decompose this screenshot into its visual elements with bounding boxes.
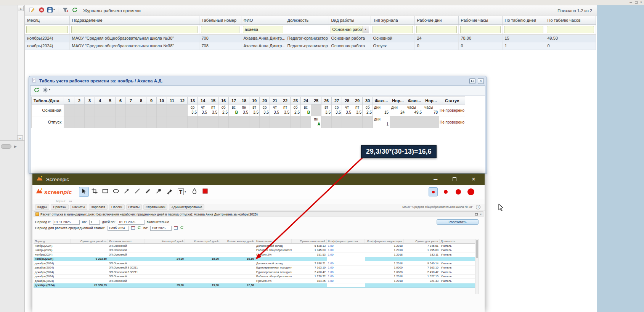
journal-column-header[interactable]: По табелю часов bbox=[545, 16, 596, 24]
summary-header[interactable]: Статус bbox=[439, 97, 465, 105]
day-cell-empty[interactable] bbox=[229, 116, 239, 128]
day-header[interactable]: 7 bbox=[126, 97, 136, 105]
refresh-icon[interactable] bbox=[137, 226, 141, 230]
timesheet-titlebar[interactable]: Табель учета рабочего времени за: ноябрь… bbox=[29, 76, 487, 85]
chevron-down-icon[interactable]: ▾ bbox=[185, 190, 186, 193]
calc-table-row[interactable]: ноябрь(2024)ЗП.ОсновнойРабота в общеобра… bbox=[34, 248, 475, 253]
summary-header[interactable]: Факт... bbox=[373, 97, 390, 105]
refresh-icon[interactable] bbox=[180, 226, 184, 230]
day-header[interactable]: 25 bbox=[311, 97, 321, 105]
filter-input[interactable] bbox=[547, 26, 594, 33]
timesheet-row-label[interactable]: Отпуск bbox=[32, 116, 64, 128]
day-cell[interactable]: пт3.5 bbox=[352, 105, 363, 116]
day-cell[interactable]: чт3.5 bbox=[342, 105, 352, 116]
day-cell-empty[interactable] bbox=[352, 116, 363, 128]
avg-from-input[interactable]: Нояб 2024 bbox=[108, 226, 129, 231]
calc-table-row[interactable]: декабрь(2024)ЗП.ОсновнойРабота в общеобр… bbox=[34, 275, 475, 279]
summary-header[interactable]: Факт... bbox=[406, 97, 423, 105]
day-header[interactable]: 22 bbox=[280, 97, 291, 105]
day-cell[interactable]: пн3.5 bbox=[239, 105, 249, 116]
day-cell-empty[interactable] bbox=[363, 116, 373, 128]
day-cell-empty[interactable] bbox=[321, 116, 332, 128]
calendar-icon[interactable] bbox=[174, 226, 178, 230]
journal-cell[interactable]: Ахаева Анна Дмитр... bbox=[241, 34, 285, 42]
day-cell-empty[interactable] bbox=[126, 105, 136, 116]
calc-table-row[interactable]: декабрь(2024)ЗП.ОсновнойПремия 2%184.251… bbox=[34, 279, 475, 283]
day-header[interactable]: 26 bbox=[321, 97, 332, 105]
calc-table-row[interactable]: ноябрь(2024)ЗП.ОсновнойДолжностной оклад… bbox=[34, 244, 475, 248]
day-cell-empty[interactable] bbox=[208, 116, 218, 128]
calc-table-row[interactable]: декабрь(2024)ЗП.Основной З 30211Единовре… bbox=[34, 266, 475, 270]
day-cell[interactable]: пнА bbox=[311, 116, 321, 128]
day-cell-empty[interactable] bbox=[301, 116, 311, 128]
calc-table-row[interactable]: ноябрь(2024)9 283,5024,0015,0016,60 bbox=[34, 257, 475, 262]
journal-cell[interactable]: 0 bbox=[414, 42, 458, 50]
day-cell-empty[interactable] bbox=[146, 105, 157, 116]
screenpic-titlebar[interactable]: Screenpic ─ × bbox=[32, 174, 485, 185]
summary-cell-empty[interactable] bbox=[406, 116, 423, 128]
day-cell-empty[interactable] bbox=[167, 116, 177, 128]
minimize-icon[interactable]: ─ bbox=[434, 176, 437, 182]
period-to-input[interactable]: 01.11.2025 bbox=[118, 220, 145, 225]
journal-column-header[interactable]: По табелю дней bbox=[502, 16, 545, 24]
day-cell-empty[interactable] bbox=[116, 116, 126, 128]
day-header[interactable]: 13 bbox=[188, 97, 198, 105]
day-cell-empty[interactable] bbox=[218, 116, 229, 128]
capture-menu-item[interactable]: Кадры bbox=[35, 204, 49, 210]
calc-column-header[interactable]: Сумма начислений bbox=[292, 239, 327, 243]
day-cell[interactable]: пт3.5 bbox=[208, 105, 218, 116]
marker-tool[interactable] bbox=[164, 187, 174, 197]
capture-menu-item[interactable]: Расчеты bbox=[70, 204, 87, 210]
day-header[interactable]: 28 bbox=[342, 97, 352, 105]
window-close-icon[interactable]: × bbox=[640, 0, 642, 5]
cursor-tool[interactable] bbox=[79, 187, 89, 197]
day-cell-empty[interactable] bbox=[74, 116, 85, 128]
pin-tool[interactable] bbox=[154, 187, 164, 197]
journal-cell[interactable]: Педагог-организатор bbox=[285, 34, 329, 42]
restore-button[interactable] bbox=[469, 78, 475, 84]
day-header[interactable]: 16 bbox=[218, 97, 229, 105]
journal-cell[interactable]: Основная работа bbox=[329, 34, 371, 42]
day-header[interactable]: 29 bbox=[352, 97, 363, 105]
pencil-tool[interactable] bbox=[143, 187, 153, 197]
journal-cell[interactable]: 708 bbox=[199, 42, 241, 50]
calc-column-header[interactable]: Должность bbox=[440, 239, 475, 243]
journal-cell[interactable]: Отпуск bbox=[371, 42, 414, 50]
arrow-tool[interactable] bbox=[122, 187, 132, 197]
filter-input[interactable] bbox=[71, 26, 198, 33]
refresh-button[interactable] bbox=[32, 87, 41, 95]
day-cell-empty[interactable] bbox=[177, 116, 188, 128]
calc-column-header[interactable]: Источник выплат bbox=[108, 239, 145, 243]
journal-row[interactable]: ноябрь(2024)МАОУ "Средняя общеобразовате… bbox=[25, 34, 596, 42]
journal-cell[interactable]: ноябрь(2024) bbox=[25, 42, 69, 50]
day-header[interactable]: 2 bbox=[74, 97, 85, 105]
summary-cell[interactable]: дни1 bbox=[373, 116, 390, 128]
calc-column-header[interactable]: Сумма для учета bbox=[404, 239, 440, 243]
journal-cell[interactable]: 15 bbox=[502, 34, 545, 42]
journal-column-header[interactable]: Вид работы bbox=[329, 16, 371, 24]
window-minimize-icon[interactable]: ─ bbox=[630, 0, 632, 5]
day-header[interactable]: 12 bbox=[177, 97, 188, 105]
day-cell-empty[interactable] bbox=[239, 116, 249, 128]
day-cell-empty[interactable] bbox=[260, 116, 270, 128]
capture-close-icon[interactable]: × bbox=[480, 212, 482, 216]
day-cell-empty[interactable] bbox=[177, 105, 188, 116]
summary-cell-empty[interactable] bbox=[390, 116, 406, 128]
journal-cell[interactable]: 0 bbox=[458, 42, 502, 50]
journal-cell[interactable]: МАОУ "Средняя общеобразовательная школа … bbox=[69, 34, 199, 42]
close-button[interactable]: × bbox=[478, 78, 484, 84]
day-cell-empty[interactable] bbox=[280, 116, 291, 128]
day-cell[interactable]: ср3.5 bbox=[260, 105, 270, 116]
day-cell[interactable]: ср3.5 bbox=[332, 105, 342, 116]
journal-cell[interactable]: МАОУ "Средняя общеобразовательная школа … bbox=[69, 42, 199, 50]
delete-button[interactable] bbox=[37, 6, 46, 14]
day-header[interactable]: 11 bbox=[167, 97, 177, 105]
day-cell-empty[interactable] bbox=[167, 105, 177, 116]
day-cell-empty[interactable] bbox=[198, 116, 208, 128]
capture-menu-item[interactable]: Отчеты bbox=[126, 204, 142, 210]
day-cell[interactable]: чт3.5 bbox=[270, 105, 280, 116]
filter-input[interactable] bbox=[460, 26, 501, 33]
journal-cell[interactable]: 0 bbox=[545, 42, 596, 50]
stroke-size-option[interactable] bbox=[429, 187, 438, 196]
day-cell-empty[interactable] bbox=[126, 116, 136, 128]
